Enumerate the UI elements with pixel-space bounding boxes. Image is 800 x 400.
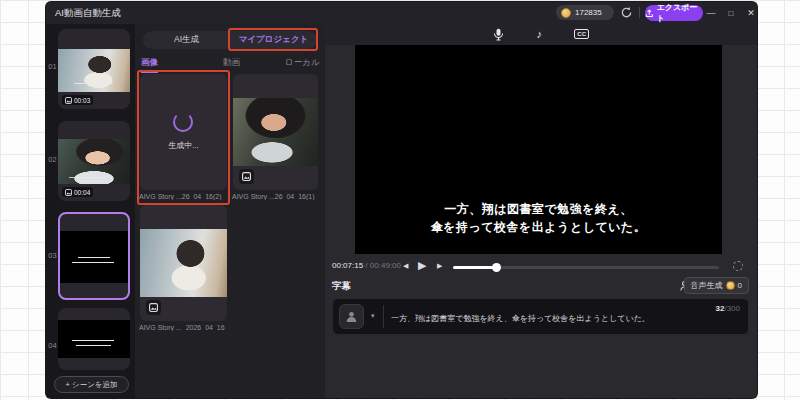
scene-thumbnail (58, 49, 130, 92)
person-icon (345, 310, 358, 323)
media-toolbar: ♪ CC (325, 24, 757, 45)
scene-number: 02 (47, 155, 58, 164)
duration-badge: 00:03 (62, 95, 93, 105)
library-card-image-2[interactable] (140, 205, 227, 321)
next-frame-button[interactable]: ▶ (437, 262, 442, 270)
caption-text[interactable]: 一方、翔は図書室で勉強を終え、傘を持って校舎を出ようとしていた。 (391, 313, 650, 324)
library-card-label: AIVG Story ...26_04_16(1) (232, 193, 320, 200)
library-subtabs: 画像 動画 ローカル (135, 57, 325, 71)
progress-slider[interactable] (453, 266, 719, 269)
subtab-video[interactable]: 動画 (223, 57, 240, 69)
tab-ai-generate[interactable]: AI生成 (143, 31, 230, 49)
scene-card-02[interactable]: 00:04 (58, 121, 130, 201)
video-subtitle-line1: 一方、翔は図書室で勉強を終え、 (355, 201, 722, 218)
char-counter: 32/300 (716, 304, 740, 313)
export-icon (645, 9, 654, 18)
playback-controls: 00:07:15 / 00:49:00 ◀ ▶ ▶ (325, 254, 757, 276)
image-icon (65, 97, 72, 104)
annotation-highlight-tab (228, 28, 318, 51)
video-subtitle-line2: 傘を持って校舎を出ようとしていた。 (355, 219, 722, 236)
credits-count: 172835 (575, 8, 602, 17)
video-preview[interactable]: 一方、翔は図書室で勉強を終え、 傘を持って校舎を出ようとしていた。 (355, 45, 722, 254)
chevron-down-icon[interactable]: ▾ (371, 312, 375, 320)
export-button[interactable]: エクスポート (645, 5, 703, 21)
time-display: 00:07:15 / 00:49:00 (332, 261, 401, 270)
scene-thumbnail (58, 139, 130, 184)
app-window: AI動画自動生成 172835 エクスポート — □ ✕ 01 (46, 2, 757, 398)
coin-icon (726, 281, 735, 290)
app-title: AI動画自動生成 (55, 7, 121, 20)
caption-divider (383, 305, 384, 328)
coin-icon (561, 8, 571, 18)
caption-row[interactable]: ▾ 一方、翔は図書室で勉強を終え、傘を持って校舎を出ようとしていた。 32/30… (332, 298, 749, 335)
library-card-label: AIVG Story ..._2026_04_16 (139, 324, 229, 331)
image-icon (65, 189, 72, 196)
add-scene-button[interactable]: + シーンを追加 (54, 376, 129, 393)
annotation-highlight-card (137, 70, 230, 205)
music-icon[interactable]: ♪ (536, 27, 542, 41)
duration-badge: 00:04 (62, 187, 93, 197)
titlebar: AI動画自動生成 172835 エクスポート — □ ✕ (46, 2, 757, 24)
refresh-icon[interactable] (620, 6, 633, 19)
caption-section-title: 字幕 (332, 280, 351, 293)
library-card-image-1[interactable] (233, 74, 318, 190)
captions-icon[interactable]: CC (574, 29, 589, 39)
progress-fill (453, 266, 496, 269)
play-button[interactable]: ▶ (418, 259, 426, 272)
scene-number: 04 (47, 341, 58, 350)
titlebar-divider (639, 7, 640, 18)
scene-thumbnail (60, 231, 128, 283)
library-panel: AI生成 マイプロジェクト 画像 動画 ローカル 生成中... AIVG Sto… (135, 24, 325, 398)
progress-thumb[interactable] (492, 263, 501, 272)
scene-number: 03 (47, 251, 58, 260)
fullscreen-icon[interactable] (733, 261, 743, 271)
maximize-button[interactable]: □ (723, 5, 739, 21)
scene-card-01[interactable]: 00:03 (58, 29, 130, 109)
speaker-avatar[interactable] (339, 304, 364, 329)
scene-sidebar: 01 00:03 02 00:04 (46, 24, 135, 398)
microphone-icon[interactable] (493, 28, 504, 41)
scene-number: 01 (47, 62, 58, 71)
card-thumbnail (140, 229, 227, 297)
voice-generate-button[interactable]: 音声生成 0 (684, 277, 749, 294)
scene-thumbnail (58, 320, 130, 358)
player-panel: ♪ CC 一方、翔は図書室で勉強を終え、 傘を持って校舎を出ようとしていた。 0… (325, 24, 757, 398)
scene-card-04[interactable] (58, 308, 130, 370)
credits-badge[interactable]: 172835 (556, 5, 614, 20)
card-thumbnail (233, 98, 318, 166)
scene-card-03-selected[interactable] (58, 212, 130, 300)
image-type-badge (146, 300, 161, 315)
image-icon (242, 172, 251, 181)
image-icon (149, 303, 158, 312)
subtab-local[interactable]: ローカル (285, 57, 320, 69)
minimize-button[interactable]: — (703, 5, 719, 21)
previous-frame-button[interactable]: ◀ (403, 262, 408, 270)
close-button[interactable]: ✕ (743, 5, 757, 21)
export-label: エクスポート (657, 2, 703, 24)
image-type-badge (239, 169, 254, 184)
